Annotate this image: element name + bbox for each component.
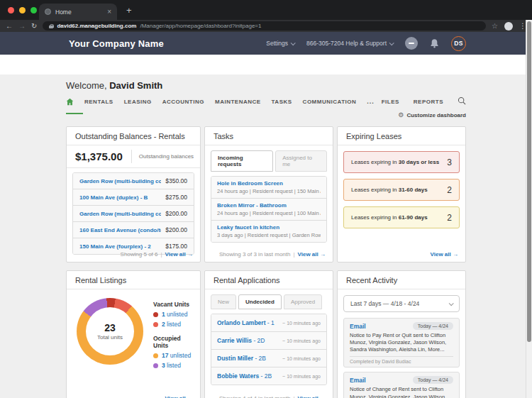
property-link[interactable]: 100 Main Ave (duplex) - B bbox=[79, 194, 161, 201]
tab-approved[interactable]: Approved bbox=[284, 294, 322, 309]
lease-label: Leases expiring in 30 days or less bbox=[351, 159, 447, 165]
property-link[interactable]: 160 East End Avenue (condo/townh... bbox=[79, 227, 161, 233]
task-meta: 24 hours ago | Resident request | 150 Ma… bbox=[217, 188, 321, 194]
settings-menu[interactable]: Settings bbox=[266, 40, 294, 47]
nav-item-tasks[interactable]: TASKS bbox=[272, 99, 292, 105]
table-row[interactable]: Garden Row (multi-building comple... $20… bbox=[73, 206, 194, 222]
customize-dashboard-button[interactable]: ⚙ Customize dashboard bbox=[398, 111, 466, 118]
view-all-link[interactable]: View all → bbox=[165, 395, 193, 398]
applicant-link[interactable]: Orlando Lambert - 1 bbox=[217, 319, 279, 326]
applicant-unit: - 1 bbox=[265, 319, 274, 326]
property-link[interactable]: Garden Row (multi-building comple... bbox=[79, 211, 161, 217]
card-rental-listings: Rental Listings 23 Total units Vacant Un… bbox=[66, 270, 201, 398]
search-icon[interactable] bbox=[458, 95, 466, 108]
list-item[interactable]: Broken Mirror - Bathroom 24 hours ago | … bbox=[211, 199, 326, 221]
view-all-link[interactable]: View all → bbox=[298, 395, 326, 398]
tab-close-icon[interactable]: × bbox=[107, 8, 111, 16]
date-range-select[interactable]: Last 7 days — 4/18 - 4/24 bbox=[343, 295, 460, 312]
applicant-link[interactable]: Bobbie Waters - 2B bbox=[217, 372, 279, 380]
list-item[interactable]: Dustin Miller - 2B ~ 10 minutes ago bbox=[211, 350, 326, 367]
property-link[interactable]: 150 Main Ave (fourplex) - 2 bbox=[79, 243, 161, 250]
browser-profile-avatar[interactable] bbox=[504, 22, 513, 31]
close-window-button[interactable] bbox=[8, 7, 14, 13]
nav-more-icon[interactable]: ... bbox=[367, 98, 375, 105]
new-tab-button[interactable]: + bbox=[126, 6, 132, 15]
legend-link[interactable]: 17 unlisted bbox=[162, 352, 191, 359]
property-link[interactable]: Garden Row (multi-building comple... bbox=[79, 178, 161, 184]
nav-item-rentals[interactable]: RENTALS bbox=[84, 99, 113, 105]
legend-link[interactable]: 3 listed bbox=[162, 362, 181, 369]
applicant-link[interactable]: Dustin Miller - 2B bbox=[217, 355, 279, 362]
header-right: Settings 866-305-7204 Help & Support DS bbox=[266, 36, 466, 51]
forward-icon[interactable]: → bbox=[18, 23, 26, 30]
nav-item-files[interactable]: FILES bbox=[382, 99, 399, 105]
activity-completed-by: Completed by David Budiac bbox=[350, 356, 453, 364]
bell-icon[interactable] bbox=[430, 38, 439, 48]
nav-item-leasing[interactable]: LEASING bbox=[124, 99, 152, 105]
showing-count: Showing 3 of 3 in last month bbox=[219, 251, 291, 258]
nav-item-reports[interactable]: REPORTS bbox=[414, 99, 443, 105]
balances-list: Garden Row (multi-building comple... $35… bbox=[72, 172, 194, 255]
activity-type-link[interactable]: Email bbox=[350, 323, 413, 330]
view-all-link[interactable]: View all → bbox=[298, 251, 326, 258]
list-item[interactable]: Hole in Bedroom Screen 24 hours ago | Re… bbox=[211, 177, 326, 199]
help-support-menu[interactable]: 866-305-7204 Help & Support bbox=[306, 40, 393, 47]
legend-link[interactable]: 2 listed bbox=[162, 321, 181, 328]
table-row[interactable]: 160 East End Avenue (condo/townh... $200… bbox=[73, 222, 194, 238]
task-meta: 3 days ago | Resident request | Garden R… bbox=[217, 232, 321, 238]
total-units-label: Total units bbox=[97, 334, 123, 341]
legend-link[interactable]: 1 unlisted bbox=[162, 311, 187, 318]
applicant-name: Carrie Willis bbox=[217, 337, 252, 344]
nav-item-maintenance[interactable]: MAINTENANCE bbox=[215, 99, 261, 105]
balance-amount: $175.00 bbox=[165, 243, 187, 250]
bookmark-star-icon[interactable]: ☆ bbox=[492, 22, 498, 30]
task-link[interactable]: Hole in Bedroom Screen bbox=[217, 180, 321, 187]
lease-bucket-30[interactable]: Leases expiring in 30 days or less 3 bbox=[343, 151, 460, 173]
list-item[interactable]: Email Today — 4/24 Notice of Change of R… bbox=[343, 372, 460, 398]
list-item[interactable]: Orlando Lambert - 1 ~ 10 minutes ago bbox=[211, 314, 326, 332]
activity-type-link[interactable]: Email bbox=[350, 377, 413, 384]
task-link[interactable]: Leaky faucet in kitchen bbox=[217, 224, 321, 231]
nav-right: FILES REPORTS bbox=[382, 95, 466, 108]
table-row[interactable]: 100 Main Ave (duplex) - B $275.00 bbox=[73, 189, 194, 206]
gear-icon: ⚙ bbox=[398, 111, 404, 118]
nav-item-communication[interactable]: COMMUNICATION bbox=[303, 99, 357, 105]
nav-item-accounting[interactable]: ACCOUNTING bbox=[162, 99, 204, 105]
list-item[interactable]: Bobbie Waters - 2B ~ 10 minutes ago bbox=[211, 367, 326, 385]
tab-incoming-requests[interactable]: Incoming requests bbox=[211, 150, 273, 172]
lease-label: Leases expiring in 31-60 days bbox=[351, 187, 447, 193]
page-scrollbar[interactable] bbox=[526, 20, 532, 398]
view-all-link[interactable]: View all → bbox=[165, 251, 193, 258]
back-icon[interactable]: ← bbox=[6, 23, 13, 30]
list-item[interactable]: Email Today — 4/24 Notice to Pay Rent or… bbox=[343, 318, 460, 367]
window-controls[interactable] bbox=[8, 7, 37, 13]
scrollbar-thumb[interactable] bbox=[527, 21, 531, 342]
lease-bucket-61-90[interactable]: Leases expiring in 61-90 days 2 bbox=[343, 206, 460, 228]
task-link[interactable]: Broken Mirror - Bathroom bbox=[217, 202, 321, 209]
legend-item: 3 listed bbox=[153, 362, 193, 369]
legend-label: listed bbox=[165, 321, 181, 328]
browser-tab-home[interactable]: Home × bbox=[39, 4, 117, 20]
list-item[interactable]: Leaky faucet in kitchen 3 days ago | Res… bbox=[211, 221, 326, 242]
reload-icon[interactable]: ↻ bbox=[31, 23, 37, 30]
list-item[interactable]: Carrie Willis - 2D ~ 10 minutes ago bbox=[211, 332, 326, 350]
chat-icon[interactable] bbox=[405, 37, 418, 50]
tab-assigned-to-me[interactable]: Assigned to me bbox=[275, 150, 327, 172]
tab-new[interactable]: New bbox=[211, 294, 236, 309]
applications-list: Orlando Lambert - 1 ~ 10 minutes ago Car… bbox=[211, 314, 327, 385]
main-nav: RENTALS LEASING ACCOUNTING MAINTENANCE T… bbox=[66, 95, 466, 108]
address-bar[interactable]: david62.managebuilding.com /Manager/app/… bbox=[43, 21, 486, 31]
home-icon[interactable] bbox=[66, 98, 74, 106]
zoom-window-button[interactable] bbox=[31, 7, 37, 13]
user-avatar[interactable]: DS bbox=[451, 36, 466, 51]
applicant-name: Orlando Lambert bbox=[217, 319, 265, 326]
applicant-link[interactable]: Carrie Willis - 2D bbox=[217, 337, 279, 344]
card-title: Rental Listings bbox=[67, 271, 200, 289]
lock-icon bbox=[49, 24, 53, 28]
balance-amount: $200.00 bbox=[165, 210, 187, 217]
lease-bucket-31-60[interactable]: Leases expiring in 31-60 days 2 bbox=[343, 179, 460, 201]
view-all-link[interactable]: View all → bbox=[431, 251, 458, 258]
tab-undecided[interactable]: Undecided bbox=[238, 294, 282, 309]
minimize-window-button[interactable] bbox=[19, 7, 26, 13]
table-row[interactable]: Garden Row (multi-building comple... $35… bbox=[73, 173, 194, 189]
